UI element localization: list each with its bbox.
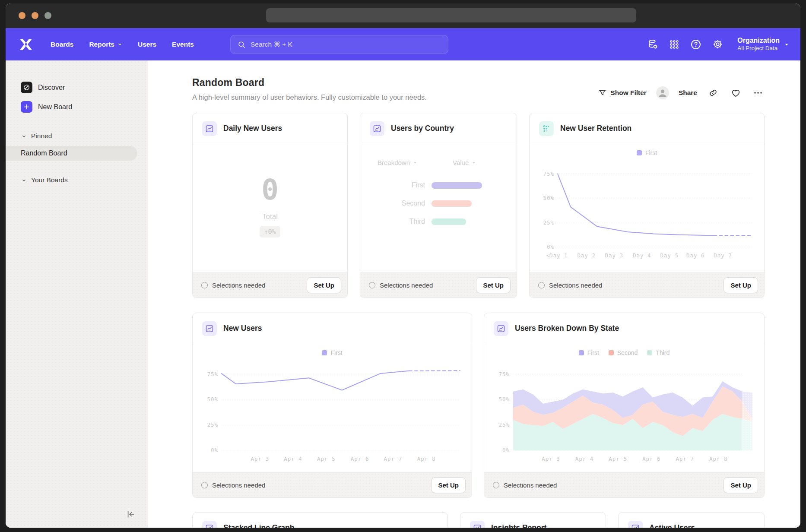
svg-text:Day 6: Day 6: [686, 252, 705, 259]
value-dropdown[interactable]: Value: [453, 159, 476, 166]
share-button[interactable]: Share: [679, 89, 697, 97]
svg-text:25%: 25%: [207, 421, 218, 428]
nav-menu: BoardsReportsUsersEvents: [44, 37, 200, 52]
legend-swatch: [579, 350, 584, 355]
card-users-by-country: Users by Country Breakdown Value FirstSe…: [360, 113, 517, 298]
svg-text:75%: 75%: [498, 371, 510, 377]
copy-link-icon[interactable]: [707, 86, 720, 99]
org-name: Organization: [737, 36, 780, 45]
status-text: Selections needed: [212, 481, 265, 489]
settings-gear-icon[interactable]: [708, 35, 727, 54]
card-active-users: Active Users: [618, 512, 765, 528]
legend-item: First: [322, 349, 342, 356]
more-options-icon[interactable]: [752, 86, 765, 99]
top-nav: BoardsReportsUsersEvents Search ⌘ + K: [6, 28, 800, 60]
nav-item-label: Boards: [51, 41, 73, 48]
nav-right-group: Organization All Project Data: [643, 28, 793, 60]
set-up-button[interactable]: Set Up: [723, 277, 758, 293]
svg-text:Apr 3: Apr 3: [251, 456, 270, 462]
nav-item-users[interactable]: Users: [132, 37, 162, 52]
line-chart-icon: [202, 521, 217, 528]
metric-delta-badge: ↑0%: [260, 226, 280, 238]
apps-grid-icon[interactable]: [665, 35, 684, 54]
nav-item-label: Events: [172, 41, 194, 48]
mixpanel-logo[interactable]: [19, 38, 33, 51]
svg-text:50%: 50%: [498, 396, 510, 402]
breakdown-bar: [432, 218, 466, 225]
chart-legend: FirstSecondThird: [579, 348, 670, 358]
close-window-button[interactable]: [19, 12, 25, 19]
sidebar-item-discover[interactable]: Discover: [6, 78, 148, 97]
browser-window: BoardsReportsUsersEvents Search ⌘ + K: [6, 3, 800, 528]
set-up-button[interactable]: Set Up: [723, 477, 758, 493]
svg-text:Apr 7: Apr 7: [676, 456, 694, 462]
sidebar-section-your-boards[interactable]: Your Boards: [6, 172, 148, 188]
card-users-by-state: Users Broken Down By State FirstSecondTh…: [484, 313, 765, 498]
caret-down-icon: [472, 161, 476, 165]
breakdown-dropdown[interactable]: Breakdown: [378, 159, 417, 166]
svg-text:Apr 5: Apr 5: [317, 456, 336, 462]
card-title: New Users: [223, 324, 262, 333]
sidebar-item-label: New Board: [38, 103, 72, 111]
svg-text:0%: 0%: [502, 447, 510, 453]
set-up-button[interactable]: Set Up: [476, 277, 511, 293]
line-chart-icon: [370, 121, 384, 136]
legend-swatch: [647, 350, 652, 355]
svg-text:0%: 0%: [547, 244, 554, 250]
compass-icon: [21, 82, 32, 93]
line-chart-icon: [494, 321, 508, 336]
data-management-icon[interactable]: [643, 35, 662, 54]
sidebar-item-new-board[interactable]: New Board: [6, 97, 148, 117]
chevron-down-icon: [784, 42, 789, 47]
status-text: Selections needed: [549, 282, 602, 289]
breakdown-label: First: [360, 181, 432, 189]
svg-text:75%: 75%: [543, 171, 554, 177]
url-bar[interactable]: [266, 8, 636, 22]
status-circle-icon: [538, 282, 545, 288]
sidebar: Discover New Board Pinned Random Board: [6, 60, 148, 528]
chevron-down-icon: [22, 134, 26, 139]
avatar[interactable]: [656, 86, 669, 99]
card-new-user-retention: New User Retention First0%25%50%75%<Day …: [529, 113, 765, 298]
sidebar-section-pinned[interactable]: Pinned: [6, 128, 148, 144]
legend-item: Third: [647, 349, 670, 356]
breakdown-row: Second: [360, 194, 517, 212]
search-placeholder: Search ⌘ + K: [251, 41, 292, 48]
page-title: Random Board: [192, 77, 427, 89]
nav-item-events[interactable]: Events: [166, 37, 200, 52]
svg-text:Apr 6: Apr 6: [351, 456, 369, 462]
window-chrome: [6, 3, 800, 28]
svg-text:Apr 3: Apr 3: [542, 456, 560, 462]
search-input[interactable]: Search ⌘ + K: [230, 35, 448, 54]
nav-item-label: Reports: [89, 41, 114, 48]
state-breakdown-chart: FirstSecondThird0%25%50%75%Apr 3Apr 4Apr…: [493, 348, 755, 463]
sidebar-item-random-board[interactable]: Random Board: [6, 146, 137, 161]
nav-item-boards[interactable]: Boards: [44, 37, 79, 52]
legend-swatch: [322, 350, 327, 355]
org-switcher[interactable]: Organization All Project Data: [733, 34, 793, 55]
nav-item-reports[interactable]: Reports: [83, 37, 128, 52]
svg-text:0%: 0%: [211, 447, 218, 453]
help-icon[interactable]: [686, 35, 705, 54]
status-text: Selections needed: [504, 481, 557, 489]
zoom-window-button[interactable]: [44, 12, 51, 19]
status-text: Selections needed: [212, 282, 265, 289]
org-project: All Project Data: [737, 45, 780, 52]
minimize-window-button[interactable]: [32, 12, 38, 19]
sidebar-item-label: Random Board: [21, 149, 67, 157]
sidebar-collapse-button[interactable]: [124, 508, 138, 521]
legend-swatch: [637, 150, 642, 155]
svg-text:50%: 50%: [543, 195, 554, 201]
legend-item: Second: [609, 349, 638, 356]
line-chart-icon: [202, 321, 217, 336]
breakdown-label: Third: [360, 218, 432, 225]
set-up-button[interactable]: Set Up: [431, 477, 466, 493]
favorite-heart-icon[interactable]: [729, 86, 742, 99]
show-filter-button[interactable]: Show Filter: [598, 89, 647, 97]
search-icon: [238, 41, 246, 49]
set-up-button[interactable]: Set Up: [307, 277, 341, 293]
sidebar-section-label: Pinned: [31, 132, 52, 140]
card-title: Active Users: [649, 523, 695, 528]
card-new-users: New Users First0%25%50%75%Apr 3Apr 4Apr …: [192, 313, 472, 498]
chevron-down-icon: [22, 178, 26, 183]
